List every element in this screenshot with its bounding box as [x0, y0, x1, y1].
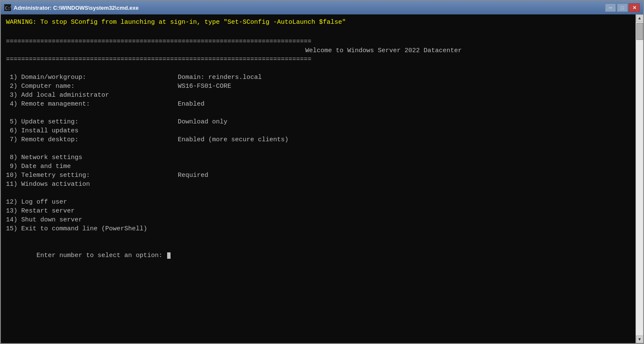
menu-item-4: 4) Remote management: Enabled	[6, 100, 630, 109]
cmd-window: C:\ Administrator: C:\WINDOWS\system32\c…	[0, 0, 644, 344]
menu-item-11: 11) Windows activation	[6, 180, 630, 189]
terminal-area[interactable]: WARNING: To stop SConfig from launching …	[1, 14, 636, 343]
menu-item-1: 1) Domain/workgroup: Domain: reinders.lo…	[6, 73, 630, 82]
svg-text:C:\: C:\	[5, 6, 11, 11]
menu-item-10: 10) Telemetry setting: Required	[6, 171, 630, 180]
scroll-thumb[interactable]	[636, 23, 643, 40]
menu-item-3: 3) Add local administrator	[6, 91, 630, 100]
menu-item-12: 12) Log off user	[6, 198, 630, 207]
menu-item-13: 13) Restart server	[6, 207, 630, 215]
prompt-line: Enter number to select an option:	[6, 242, 630, 269]
cmd-icon: C:\	[4, 4, 11, 11]
separator-bottom: ========================================…	[6, 55, 630, 64]
prompt-text: Enter number to select an option:	[36, 252, 166, 259]
menu-item-6: 6) Install updates	[6, 126, 630, 135]
window-content: WARNING: To stop SConfig from launching …	[1, 14, 643, 343]
minimize-button[interactable]: ─	[605, 3, 616, 12]
window-title: Administrator: C:\WINDOWS\system32\cmd.e…	[14, 5, 605, 11]
scroll-track[interactable]	[636, 22, 644, 336]
menu-item-14: 14) Shut down server	[6, 215, 630, 224]
menu-item-7: 7) Remote desktop: Enabled (more secure …	[6, 135, 630, 144]
warning-line: WARNING: To stop SConfig from launching …	[6, 18, 630, 27]
cursor	[167, 252, 171, 259]
menu-item-2: 2) Computer name: WS16-FS01-CORE	[6, 82, 630, 91]
restore-button[interactable]: □	[617, 3, 628, 12]
close-button[interactable]: ✕	[629, 3, 640, 12]
menu-item-8: 8) Network settings	[6, 153, 630, 162]
title-bar: C:\ Administrator: C:\WINDOWS\system32\c…	[1, 1, 643, 14]
window-controls: ─ □ ✕	[605, 3, 640, 12]
menu-item-9: 9) Date and time	[6, 162, 630, 171]
scrollbar[interactable]: ▲ ▼	[636, 14, 643, 343]
scroll-up-button[interactable]: ▲	[636, 14, 644, 22]
menu-item-15: 15) Exit to command line (PowerShell)	[6, 224, 630, 233]
scroll-down-button[interactable]: ▼	[636, 336, 644, 343]
welcome-line: Welcome to Windows Server 2022 Datacente…	[6, 46, 630, 55]
menu-item-5: 5) Update setting: Download only	[6, 117, 630, 126]
separator-top: ========================================…	[6, 37, 630, 46]
